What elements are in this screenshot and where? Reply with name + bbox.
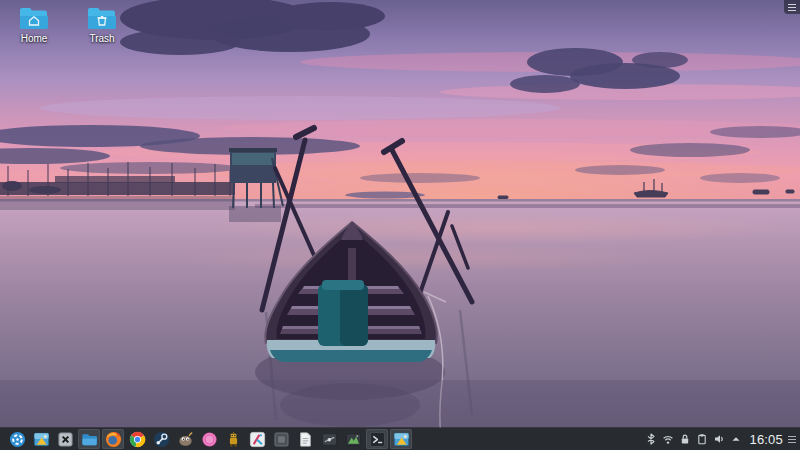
caret-up-icon[interactable] [730,433,742,445]
desktop-icon-label: Trash [89,33,114,44]
desktop-icon-trash[interactable]: Trash [72,4,132,46]
desktop: Home Trash 16:05 [0,0,800,450]
gimp-icon [177,431,194,448]
trash-folder-icon [87,6,117,30]
gallery-app[interactable] [30,429,52,449]
wallpaper-image [0,0,800,450]
chrome-icon [129,431,146,448]
mixer-app[interactable] [318,429,340,449]
plasma-logo-icon [9,431,26,448]
bluetooth-icon[interactable] [645,433,657,445]
pink-circle-app[interactable] [198,429,220,449]
letter-x-icon [57,431,74,448]
pending-app[interactable] [270,429,292,449]
speaker-icon[interactable] [713,433,725,445]
slider-icon [321,431,338,448]
panel-menu-icon[interactable] [786,432,798,446]
desktop-icon-area: Home Trash [4,4,132,46]
home-folder-icon [19,6,49,30]
krita[interactable] [246,429,268,449]
desktop-icon-label: Home [21,33,48,44]
taskbar: 16:05 [0,428,800,450]
document-app[interactable] [294,429,316,449]
robot-icon [225,431,242,448]
padlock-icon[interactable] [679,433,691,445]
firefox[interactable] [102,429,124,449]
firefox-icon [105,431,122,448]
image-gallery-icon [33,431,50,448]
dolphin-file-manager[interactable] [78,429,100,449]
steam-icon [153,431,170,448]
gimp[interactable] [174,429,196,449]
app-launcher[interactable] [6,429,28,449]
x11-app[interactable] [54,429,76,449]
desktop-icon-home[interactable]: Home [4,4,64,46]
digital-clock[interactable]: 16:05 [745,432,786,447]
blue-folder-icon [81,431,98,448]
green-landscape-icon [345,431,362,448]
pink-circle-icon [201,431,218,448]
clipboard-icon[interactable] [696,433,708,445]
image-gallery-icon [393,431,410,448]
konsole-terminal[interactable] [366,429,388,449]
chrome[interactable] [126,429,148,449]
ghost-square-icon [273,431,290,448]
task-manager [0,428,413,450]
system-tray [645,433,745,445]
wifi-icon[interactable] [662,433,674,445]
image-viewer-task[interactable] [390,429,412,449]
robot-app[interactable] [222,429,244,449]
desktop-toolbox-menu-icon[interactable] [784,0,800,14]
krita-icon [249,431,266,448]
document-icon [297,431,314,448]
image-viewer-app[interactable] [342,429,364,449]
steam[interactable] [150,429,172,449]
terminal-prompt-icon [369,431,386,448]
